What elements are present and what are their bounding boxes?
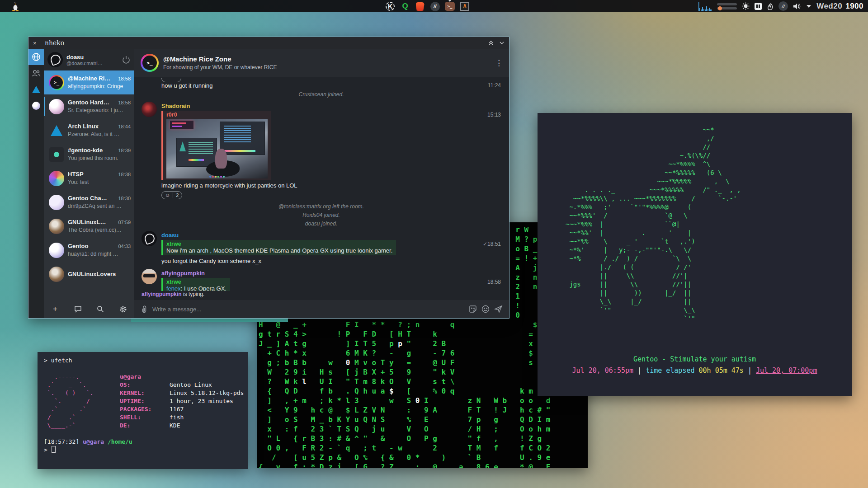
timer-footer: Gentoo - Stimulate your autism Jul 20, 0… bbox=[538, 354, 852, 376]
volume-icon[interactable] bbox=[793, 3, 801, 10]
launcher-brave-icon[interactable] bbox=[415, 1, 425, 12]
reply-quote[interactable]: xtrwe Now i'm an arch , MacOS themed KDE… bbox=[161, 240, 396, 255]
media-pause-icon[interactable] bbox=[755, 3, 762, 10]
room-name: GNULinuxLovers bbox=[68, 271, 130, 277]
nheko-titlebar[interactable]: × nheko bbox=[28, 37, 509, 49]
reaction-pill-clipped[interactable] bbox=[161, 78, 181, 82]
message-time: 11:24 bbox=[488, 82, 501, 89]
account-display-name: doasu bbox=[66, 54, 118, 61]
room-item[interactable]: HTSP18:38You: test bbox=[44, 166, 134, 190]
tray-expander-chevron-icon[interactable] bbox=[806, 5, 811, 8]
user-avatar[interactable] bbox=[142, 269, 157, 284]
reply-quote[interactable]: xtrwe fenex: I use Opera GX. bbox=[161, 278, 230, 291]
brightness-sun-icon[interactable] bbox=[742, 2, 750, 10]
ascii-unicorn-art: ~~* ,/ // ~.%(\%// ~~*%%%% ^\ ~~*%%%%% (… bbox=[538, 113, 852, 323]
user-avatar[interactable] bbox=[142, 102, 157, 117]
room-avatar bbox=[49, 99, 64, 114]
message-composer[interactable]: Write a message... bbox=[134, 300, 509, 318]
community-people-icon[interactable] bbox=[28, 65, 44, 81]
room-item[interactable]: Gentoo Hard…18:58Sr. Estegosaurio: I ju… bbox=[44, 94, 134, 118]
user-avatar[interactable] bbox=[142, 231, 157, 246]
matrix-rain-row: ? W k l U I " T m 8 k O V s t \ bbox=[259, 377, 586, 386]
panel-clock[interactable]: Wed20 1900 bbox=[816, 2, 863, 11]
close-icon[interactable]: × bbox=[33, 40, 40, 47]
room-preview: The Cobra (vern.cc)… bbox=[68, 227, 122, 233]
matrix-rain-row: g ; b B b w 0 M v o T y = @ U F s bbox=[259, 358, 586, 367]
membership-notice: Roids04 joined. bbox=[142, 212, 501, 218]
room-item[interactable]: GNULinuxL…07:59The Cobra (vern.cc)… bbox=[44, 214, 134, 238]
room-header[interactable]: >_ @Machine Rice Zone For showing of you… bbox=[134, 49, 509, 77]
read-checkmark-icon: ✓ bbox=[483, 241, 487, 247]
tux-penguin-icon[interactable] bbox=[11, 1, 20, 11]
flame-tray-icon[interactable] bbox=[767, 2, 774, 10]
room-avatar bbox=[49, 171, 64, 186]
room-item[interactable]: Gentoo04:33huayra1: dd might … bbox=[44, 238, 134, 262]
ufetch-terminal-window[interactable]: > ufetch .-----.u@gara .` _ `.OS:Gentoo … bbox=[38, 352, 248, 469]
image-attachment[interactable] bbox=[166, 119, 268, 178]
system-tray: // Wed20 1900 bbox=[698, 0, 863, 12]
matrix-rain-row: O 0 , F R 2 - ` q ; t - w 2 T M f f C O … bbox=[259, 443, 586, 453]
room-item[interactable]: >_@Machine Ri…18:58aflyingpumpkin: Cring… bbox=[44, 70, 134, 94]
shell-input-line[interactable]: > bbox=[44, 446, 242, 454]
matrix-rain-row: ] , + m ; k * l 3 w S 0 I z N W b o o d bbox=[259, 396, 586, 405]
room-item[interactable]: Arch Linux18:44Pzerone: Also, is it … bbox=[44, 118, 134, 142]
prompt-symbol: > bbox=[44, 446, 47, 454]
message-row: Shadorain 15:13 r0r0 imagine riding a mo… bbox=[142, 100, 501, 199]
community-gentoo-icon[interactable] bbox=[28, 98, 44, 114]
launcher-term-owl-icon[interactable]: >_ bbox=[444, 1, 455, 12]
logout-power-icon[interactable] bbox=[122, 55, 131, 64]
ascii-unicorn-terminal-window[interactable]: ~~* ,/ // ~.%(\%// ~~*%%%% ^\ ~~*%%%%% (… bbox=[538, 113, 852, 396]
matrix-rain-row: { v f ; * D z j [ G ? Z ; @ a 8 6 e * @ … bbox=[259, 462, 586, 468]
room-preview: Pzerone: Also, is it … bbox=[68, 131, 119, 137]
minimize-chevron-icon[interactable] bbox=[499, 41, 505, 45]
room-preview: Sr. Estegosaurio: I ju… bbox=[68, 107, 123, 113]
community-all-rooms-globe-icon[interactable] bbox=[28, 49, 44, 65]
room-name: HTSP bbox=[68, 171, 117, 178]
reaction-pill[interactable]: ☺ 2 bbox=[161, 191, 182, 199]
user-mention-link[interactable]: fenex bbox=[166, 285, 181, 291]
message-input[interactable]: Write a message... bbox=[152, 306, 464, 313]
message-text: how u got it running bbox=[161, 82, 212, 89]
shell-prompt-line: [18:57:32] u@gara /home/u bbox=[44, 438, 242, 446]
room-last-time: 04:33 bbox=[118, 244, 131, 249]
room-last-time: 18:39 bbox=[118, 148, 131, 153]
room-name: @Machine Ri… bbox=[68, 75, 117, 82]
send-icon[interactable] bbox=[494, 305, 503, 313]
launcher-lambda-icon[interactable]: Λ bbox=[459, 1, 470, 12]
attach-paperclip-icon[interactable] bbox=[141, 305, 148, 313]
matrix-rain-row: g t r S 4 > ! P F D [ H T k = bbox=[259, 329, 586, 339]
emoji-icon[interactable] bbox=[481, 305, 490, 313]
room-name: Gentoo bbox=[68, 243, 117, 249]
account-row[interactable]: doasu @doasu:matri… bbox=[44, 49, 134, 70]
slider-widget[interactable] bbox=[717, 3, 737, 9]
active-window-marker bbox=[448, 0, 452, 2]
room-item[interactable]: Gentoo Cha…18:30dm9pZCAq sent an … bbox=[44, 190, 134, 214]
room-sidebar: doasu @doasu:matri… >_@Machine Ri…18:58a… bbox=[44, 49, 134, 318]
room-last-time: 18:30 bbox=[118, 196, 131, 201]
launcher-qgis-icon[interactable]: Q bbox=[400, 1, 410, 12]
shade-double-chevron-icon[interactable] bbox=[488, 40, 494, 46]
search-button[interactable] bbox=[95, 304, 106, 314]
room-item[interactable]: #gentoo-kde18:39You joined this room. bbox=[44, 142, 134, 166]
room-item[interactable]: GNULinuxLovers bbox=[44, 262, 134, 286]
room-menu-dots-icon[interactable]: ⋮ bbox=[495, 58, 503, 68]
message-row: how u got it running 11:24 bbox=[142, 82, 501, 89]
community-arch-icon[interactable] bbox=[28, 81, 44, 98]
prompt-path: /home/u bbox=[108, 438, 132, 446]
prompt-user: u@gara bbox=[83, 438, 104, 446]
room-directory-button[interactable] bbox=[72, 304, 83, 314]
launcher-tabby-icon[interactable]: // bbox=[429, 1, 440, 12]
room-avatar[interactable]: >_ bbox=[141, 54, 159, 72]
add-room-button[interactable]: + bbox=[50, 304, 61, 314]
room-last-time: 07:59 bbox=[118, 220, 131, 225]
settings-gear-icon[interactable] bbox=[118, 304, 128, 314]
tabby-tray-icon[interactable]: // bbox=[778, 1, 788, 11]
message-timeline: how u got it running 11:24 Crustacean jo… bbox=[134, 77, 509, 291]
sticker-icon[interactable] bbox=[469, 305, 477, 313]
reaction-emoji: ☺ bbox=[165, 192, 170, 198]
launcher-kde-icon[interactable]: K bbox=[385, 1, 396, 12]
reply-quote[interactable]: r0r0 bbox=[161, 111, 271, 180]
account-user-id: @doasu:matri… bbox=[66, 61, 118, 66]
account-avatar[interactable] bbox=[47, 52, 63, 67]
resource-graph-widget[interactable] bbox=[698, 2, 712, 11]
